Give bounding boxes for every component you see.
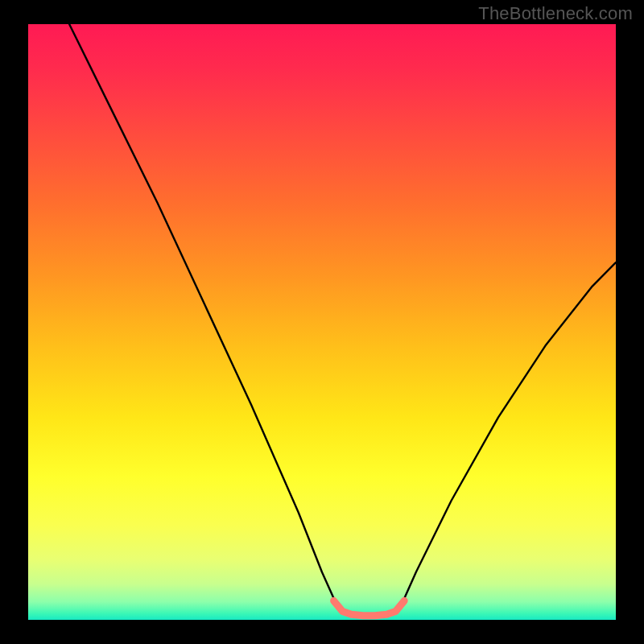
main-curve-path — [69, 24, 616, 617]
highlight-curve-path — [334, 601, 405, 616]
watermark-text: TheBottleneck.com — [478, 3, 633, 24]
chart-plot-area — [28, 24, 616, 620]
curve-overlay — [28, 24, 616, 620]
